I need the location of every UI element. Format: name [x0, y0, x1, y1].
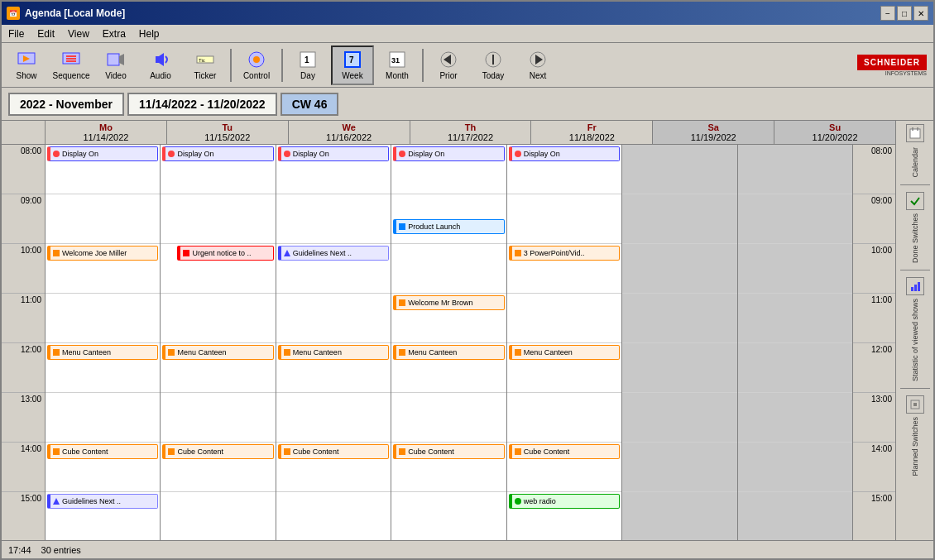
toolbar-sequence-button[interactable]: Sequence — [50, 45, 93, 85]
show-icon — [17, 50, 36, 69]
time-r-0800: 08:00 — [853, 145, 895, 194]
th-display-on[interactable]: Display On — [393, 146, 504, 161]
tu-cube-icon — [167, 448, 175, 456]
year-month-pill[interactable]: 2022 - November — [8, 93, 124, 116]
tu-menu-canteen[interactable]: Menu Canteen — [162, 345, 273, 360]
day-header-su: Su 11/20/2022 — [774, 121, 895, 144]
statistic-tab[interactable]: Statistic of viewed shows — [911, 299, 919, 381]
day-headers: Mo 11/14/2022 Tu 11/15/2022 We 11/16/202… — [2, 121, 895, 145]
menu-file[interactable]: File — [5, 27, 27, 41]
done-switches-tab[interactable]: Done Switches — [911, 213, 919, 263]
toolbar-today-button[interactable]: Today — [472, 45, 515, 85]
th-welcome-brown[interactable]: Welcome Mr Brown — [393, 295, 504, 310]
maximize-button[interactable]: □ — [897, 6, 912, 21]
statistic-btn[interactable] — [906, 277, 924, 295]
tu-display-on[interactable]: Display On — [162, 146, 273, 161]
we-menu-canteen[interactable]: Menu Canteen — [278, 345, 389, 360]
fr-web-radio-label: web radio — [524, 497, 556, 505]
th-menu-canteen-label: Menu Canteen — [408, 348, 457, 357]
mo-welcome-joe[interactable]: Welcome Joe Miller — [47, 246, 158, 261]
day-col-fr: Display On 3 PowerPoint/Vid.. Menu Cante… — [506, 145, 621, 540]
minimize-button[interactable]: − — [880, 6, 895, 21]
toolbar-month-label: Month — [386, 71, 409, 80]
day-date-su: 11/20/2022 — [776, 132, 894, 142]
toolbar-audio-button[interactable]: Audio — [139, 45, 182, 85]
calendar-main: Mo 11/14/2022 Tu 11/15/2022 We 11/16/202… — [2, 121, 933, 540]
toolbar-show-label: Show — [16, 71, 36, 80]
fr-cube-content[interactable]: Cube Content — [509, 444, 620, 459]
toolbar-control-button[interactable]: Control — [235, 45, 278, 85]
fr-web-radio[interactable]: web radio — [509, 494, 620, 509]
toolbar-week-label: Week — [342, 71, 362, 80]
time-col-header — [2, 121, 45, 144]
planned-switches-tab[interactable]: Planned Switches — [911, 417, 919, 476]
toolbar-separator-3 — [422, 49, 424, 82]
menu-edit[interactable]: Edit — [34, 27, 58, 41]
fr-powerpoint-icon — [514, 249, 522, 257]
main-window: 📅 Agenda [Local Mode] − □ ✕ File Edit Vi… — [0, 0, 935, 560]
we-guidelines[interactable]: Guidelines Next .. — [278, 246, 389, 261]
svg-rect-51 — [515, 349, 521, 356]
toolbar-video-button[interactable]: Video — [94, 45, 137, 85]
toolbar-prior-button[interactable]: Prior — [427, 45, 470, 85]
tu-urgent-notice[interactable]: Urgent notice to .. — [177, 246, 273, 261]
planned-switches-btn[interactable] — [906, 395, 924, 414]
mo-menu-canteen-label: Menu Canteen — [62, 348, 111, 357]
day-header-fr: Fr 11/18/2022 — [530, 121, 652, 144]
menu-help[interactable]: Help — [136, 27, 163, 41]
close-button[interactable]: ✕ — [913, 6, 928, 21]
toolbar-week-button[interactable]: 7 Week — [331, 45, 374, 85]
toolbar-sequence-label: Sequence — [52, 71, 89, 80]
th-product-launch[interactable]: Product Launch — [393, 219, 504, 234]
we-display-on[interactable]: Display On — [278, 146, 389, 161]
svg-point-43 — [399, 151, 405, 157]
calendar-tab[interactable]: Calendar — [911, 147, 919, 178]
toolbar-show-button[interactable]: Show — [5, 45, 48, 85]
next-icon — [528, 50, 548, 69]
mo-display-on[interactable]: Display On — [47, 146, 158, 161]
display-on-icon — [52, 150, 60, 158]
toolbar-separator-1 — [230, 49, 232, 82]
we-cube-content-label: Cube Content — [293, 448, 339, 456]
toolbar-prior-label: Prior — [439, 71, 457, 80]
mo-guidelines[interactable]: Guidelines Next .. — [47, 494, 158, 509]
toolbar-control-label: Control — [243, 71, 270, 80]
date-range-pill[interactable]: 11/14/2022 - 11/20/2022 — [127, 93, 277, 116]
day-date-fr: 11/18/2022 — [533, 132, 650, 142]
tu-cube-content-label: Cube Content — [177, 448, 223, 456]
tu-cube-content[interactable]: Cube Content — [162, 444, 273, 459]
fr-powerpoint[interactable]: 3 PowerPoint/Vid.. — [509, 246, 620, 261]
svg-rect-50 — [515, 250, 521, 256]
done-switches-btn[interactable] — [906, 192, 924, 210]
title-bar-left: 📅 Agenda [Local Mode] — [7, 7, 125, 20]
schneider-logo-text: SCHNEIDER — [857, 55, 927, 70]
menu-view[interactable]: View — [65, 27, 93, 41]
fr-display-on[interactable]: Display On — [509, 146, 620, 161]
calendar-btn[interactable] — [906, 124, 924, 142]
svg-marker-29 — [53, 498, 60, 505]
status-time: 17:44 — [8, 545, 31, 555]
toolbar-day-button[interactable]: 1 Day — [286, 45, 329, 85]
we-cube-content[interactable]: Cube Content — [278, 444, 389, 459]
mo-welcome-joe-label: Welcome Joe Miller — [62, 249, 127, 257]
th-menu-canteen[interactable]: Menu Canteen — [393, 345, 504, 360]
tu-menu-icon — [167, 348, 175, 357]
th-welcome-icon — [398, 299, 406, 307]
th-cube-content[interactable]: Cube Content — [393, 444, 504, 459]
fr-menu-canteen[interactable]: Menu Canteen — [509, 345, 620, 360]
mo-menu-canteen[interactable]: Menu Canteen — [47, 345, 158, 360]
toolbar-month-button[interactable]: 31 Month — [376, 45, 419, 85]
day-col-su — [737, 145, 852, 540]
menu-extra[interactable]: Extra — [99, 27, 129, 41]
today-icon — [483, 50, 503, 69]
toolbar-ticker-button[interactable]: Tic Ticker — [184, 45, 227, 85]
svg-rect-52 — [515, 448, 521, 455]
day-date-th: 11/17/2022 — [412, 132, 530, 142]
we-display-on-label: Display On — [293, 150, 329, 158]
toolbar-next-button[interactable]: Next — [516, 45, 559, 85]
welcome-icon — [52, 249, 60, 257]
mo-cube-content[interactable]: Cube Content — [47, 444, 158, 459]
status-bar: 17:44 30 entries — [2, 540, 933, 558]
svg-rect-58 — [911, 287, 913, 291]
cw-pill[interactable]: CW 46 — [280, 93, 339, 116]
